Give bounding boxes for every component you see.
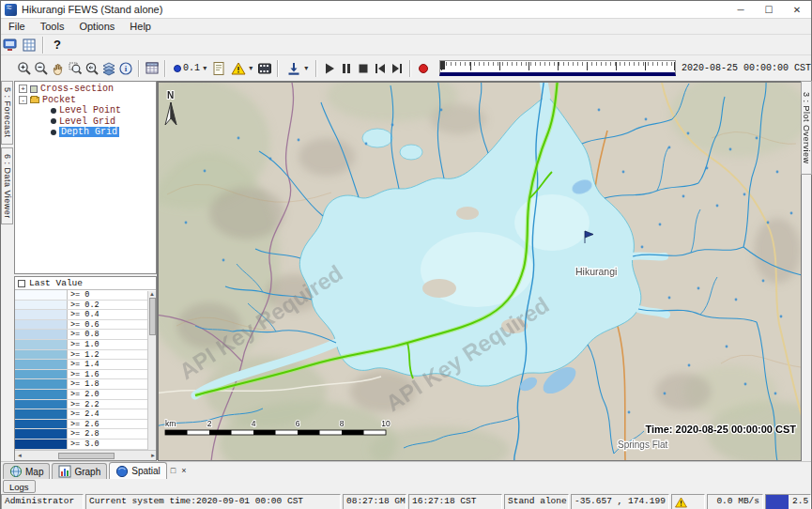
scroll-right-icon[interactable]: ► <box>150 453 156 458</box>
dot-node-icon <box>51 108 56 114</box>
dot-node-icon <box>51 130 56 135</box>
play-button[interactable] <box>321 59 338 78</box>
tab-data-viewer[interactable]: 6 : Data Viewer <box>1 147 13 225</box>
tree-item-cross-section[interactable]: +Cross-section <box>15 84 156 95</box>
close-button[interactable]: ✕ <box>783 1 811 18</box>
zoom-out-icon[interactable] <box>33 59 50 78</box>
scale-unit: km <box>165 419 176 428</box>
memory-label: 2.5 GB <box>792 496 811 506</box>
stop-button[interactable] <box>355 59 372 78</box>
info-icon[interactable]: i <box>117 59 134 78</box>
pan-hand-icon[interactable] <box>50 59 67 78</box>
legend-row: >= 0.8 <box>15 330 156 340</box>
legend-horizontal-scrollbar[interactable]: ◄ ► <box>15 450 157 460</box>
scrollbar-thumb[interactable] <box>58 453 115 459</box>
legend-label: >= 2.0 <box>68 390 156 399</box>
export-animation-button[interactable]: ▾ <box>283 59 312 78</box>
tab-plot-overview[interactable]: 3 : Plot Overview <box>801 81 812 175</box>
record-button[interactable] <box>415 59 432 78</box>
toolbar-separator <box>315 60 317 77</box>
menu-bar: File Tools Options Help <box>1 19 811 35</box>
logs-row: Logs <box>1 479 811 494</box>
skip-to-start-button[interactable] <box>372 59 389 78</box>
zoom-in-icon[interactable] <box>16 59 33 78</box>
legend-row: >= 1.4 <box>15 360 156 370</box>
scale-tick: 8 <box>340 419 345 428</box>
tab-spatial[interactable]: Spatial <box>109 462 167 479</box>
toolbar-separator <box>409 60 411 77</box>
memory-usage-bar <box>766 495 789 509</box>
legend-label: >= 0 <box>68 290 156 300</box>
pause-button[interactable] <box>338 59 355 78</box>
legend-label: >= 0.8 <box>68 330 156 339</box>
legend-row: >= 0.2 <box>15 301 156 311</box>
tree-item-level-grid[interactable]: Level Grid <box>15 116 156 128</box>
tree-item-depth-grid[interactable]: Depth Grid <box>15 127 156 138</box>
warning-threshold-selector[interactable]: ▾ <box>227 59 256 78</box>
scroll-left-icon[interactable]: ◄ <box>17 453 23 458</box>
locality-label: Springs Flat <box>618 440 668 450</box>
legend-rows: >= 0>= 0.2>= 0.4>= 0.6>= 0.8>= 1.0>= 1.2… <box>15 290 156 450</box>
legend-label: >= 1.0 <box>68 340 156 349</box>
scrollbar-thumb[interactable] <box>149 298 156 335</box>
interval-selector[interactable]: 0.1 ▾ <box>170 61 210 75</box>
zoom-previous-icon[interactable] <box>84 59 100 78</box>
status-gmt-time: 08:27:18 GMT <box>343 494 406 509</box>
chevron-down-icon: ▾ <box>203 64 207 72</box>
legend-swatch <box>15 429 68 439</box>
layers-icon[interactable] <box>100 59 117 78</box>
chart-icon <box>58 465 71 478</box>
window-title: Hikurangi FEWS (Stand alone) <box>22 4 727 15</box>
database-icon[interactable] <box>1 36 20 54</box>
help-button[interactable]: ? <box>48 36 67 54</box>
legend-swatch <box>15 409 68 419</box>
last-value-checkbox[interactable] <box>18 280 25 287</box>
tree-item-pocket[interactable]: -Pocket <box>15 95 156 106</box>
movie-export-icon[interactable] <box>256 59 273 78</box>
timeline-slider[interactable] <box>439 60 676 76</box>
map-view[interactable]: API Key Required API Key Required Hikura… <box>157 81 801 460</box>
legend-label: >= 2.4 <box>68 409 156 419</box>
legend-label: >= 2.6 <box>68 420 156 429</box>
title-bar[interactable]: Hikurangi FEWS (Stand alone) ─ ☐ ✕ <box>1 1 811 19</box>
map-canvas[interactable]: API Key Required API Key Required Hikura… <box>158 82 802 461</box>
legend-swatch <box>15 370 68 379</box>
warning-icon <box>231 61 246 76</box>
logs-button[interactable]: Logs <box>3 480 36 493</box>
grid-table-icon[interactable] <box>144 59 161 78</box>
menu-help[interactable]: Help <box>122 20 159 33</box>
menu-tools[interactable]: Tools <box>33 20 72 33</box>
legend-swatch <box>15 290 68 300</box>
right-tab-strip: 3 : Plot Overview <box>801 81 812 461</box>
scroll-up-icon[interactable]: ▲ <box>149 291 155 297</box>
grid-display-shortcut-icon[interactable] <box>20 36 38 54</box>
filter-tree[interactable]: +Cross-section-PocketLevel PointLevel Gr… <box>14 81 157 274</box>
panel-close-button[interactable]: × <box>179 466 188 475</box>
legend-label: >= 3.0 <box>68 440 156 449</box>
scale-tick: 6 <box>296 419 300 428</box>
legend-label: >= 0.2 <box>68 301 156 310</box>
tree-expander-icon[interactable]: - <box>19 96 27 104</box>
tab-label: Map <box>25 467 43 477</box>
menu-options[interactable]: Options <box>71 20 122 33</box>
tree-expander-icon[interactable]: + <box>19 85 27 93</box>
tab-forecast[interactable]: 5 : Forecast <box>1 81 13 145</box>
minimize-button[interactable]: ─ <box>727 1 755 18</box>
legend-vertical-scrollbar[interactable]: ▲ <box>147 291 156 451</box>
legend-swatch <box>15 379 68 389</box>
tab-graph[interactable]: Graph <box>52 463 107 479</box>
tab-map[interactable]: Map <box>3 463 50 479</box>
legend-swatch <box>15 360 68 369</box>
legend-row: >= 2.0 <box>15 390 156 400</box>
zoom-rectangle-icon[interactable] <box>67 59 84 78</box>
map-time-label: Time: 2020-08-25 00:00:00 CST <box>645 424 796 435</box>
legend-row: >= 0.4 <box>15 310 156 320</box>
status-warning-cell[interactable] <box>671 494 705 509</box>
skip-to-end-button[interactable] <box>389 59 406 78</box>
profile-document-icon[interactable] <box>210 59 227 78</box>
main-area: 5 : Forecast 6 : Data Viewer +Cross-sect… <box>1 81 812 461</box>
menu-file[interactable]: File <box>1 20 33 33</box>
panel-maximize-button[interactable]: □ <box>169 466 177 475</box>
maximize-button[interactable]: ☐ <box>755 1 783 18</box>
tree-item-level-point[interactable]: Level Point <box>15 105 156 116</box>
